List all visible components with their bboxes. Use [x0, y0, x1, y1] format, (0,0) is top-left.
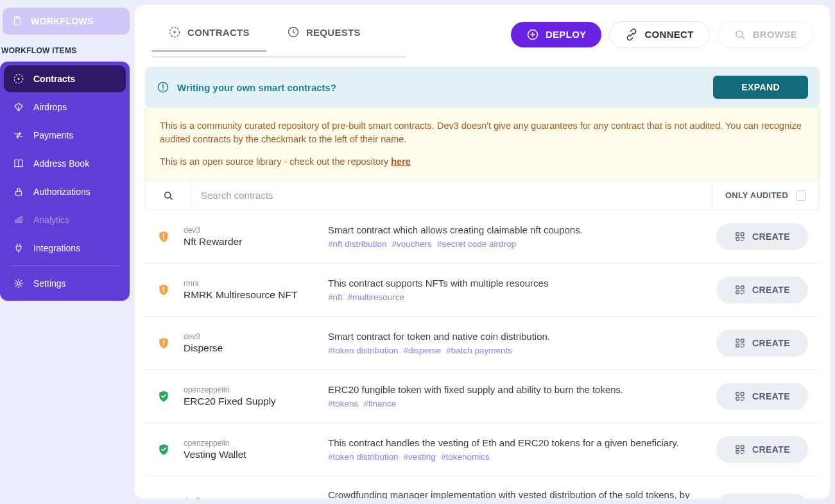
tag[interactable]: #token distribution: [328, 346, 399, 355]
tag[interactable]: #multiresource: [348, 292, 405, 302]
info-banner: Writing your own smart contracts? EXPAND: [145, 67, 820, 108]
repo-link[interactable]: here: [391, 156, 411, 167]
tag[interactable]: #nft: [328, 292, 343, 302]
contract-name-col: dev3 Nft Rewarder: [184, 226, 315, 248]
contract-row: dev3 Vested Crowdfunding Crowdfunding ma…: [145, 476, 820, 499]
contract-tags: #nft#multiresource: [328, 292, 703, 302]
contract-desc-col: This contract supports NFTs with multipl…: [328, 278, 703, 302]
banner-text: Writing your own smart contracts?: [177, 82, 336, 93]
contract-tags: #token distribution#vesting#tokenomics: [328, 452, 703, 462]
workflows-header[interactable]: WORKFLOWS: [3, 8, 130, 35]
clock-icon: [287, 26, 300, 38]
contract-title[interactable]: Disperse: [184, 342, 315, 354]
create-button[interactable]: CREATE: [716, 330, 808, 357]
sidebar-item-airdrops[interactable]: Airdrops: [4, 94, 126, 121]
sidebar-item-contracts[interactable]: Contracts: [4, 65, 126, 92]
tag[interactable]: #vouchers: [392, 239, 432, 249]
tag[interactable]: #tokenomics: [441, 452, 490, 462]
sidebar-item-address-book[interactable]: Address Book: [4, 150, 126, 177]
contract-row: openzeppelin Vesting Wallet This contrac…: [145, 423, 820, 476]
contract-desc: Smart contract which allows creating cla…: [328, 224, 703, 235]
alert-icon: [157, 81, 169, 94]
contract-row: dev3 Disperse Smart contract for token a…: [145, 317, 820, 370]
tag[interactable]: #nft distribution: [328, 239, 387, 249]
only-audited-checkbox[interactable]: [796, 190, 806, 201]
airdrop-icon: [13, 101, 24, 113]
shield-warn-icon: [157, 336, 171, 350]
contract-name-col: rmrk RMRK Multiresource NFT: [184, 279, 315, 301]
contract-org: rmrk: [184, 279, 315, 288]
contract-tags: #nft distribution#vouchers#secret code a…: [328, 239, 703, 249]
audited-filter[interactable]: ONLY AUDITED: [712, 181, 819, 210]
contract-desc-col: Crowdfunding manager implementation with…: [328, 489, 703, 499]
contract-title[interactable]: Nft Rewarder: [184, 236, 315, 248]
sidebar-item-label: Payments: [33, 130, 73, 140]
contract-title[interactable]: RMRK Multiresource NFT: [184, 289, 315, 301]
contract-desc-col: Smart contract which allows creating cla…: [328, 224, 703, 249]
create-button[interactable]: CREATE: [716, 436, 808, 463]
section-label: WORKFLOW ITEMS: [0, 42, 130, 59]
tag[interactable]: #token distribution: [328, 452, 399, 462]
tab-requests[interactable]: REQUESTS: [270, 17, 377, 52]
connect-label: CONNECT: [644, 29, 693, 40]
contracts-icon: [168, 26, 181, 38]
create-label: CREATE: [752, 231, 790, 242]
contract-desc-col: ERC20 fungible token with fixed supply a…: [328, 384, 703, 408]
shield-check-icon: [157, 442, 171, 457]
shield-check-icon: [157, 389, 171, 403]
chart-icon: [13, 214, 24, 226]
clipboard-icon: [12, 15, 23, 27]
search-icon: [734, 28, 746, 41]
contract-name-col: dev3 Vested Crowdfunding: [184, 496, 315, 499]
tab-contracts[interactable]: CONTRACTS: [151, 17, 266, 52]
search-icon-box: [146, 181, 191, 210]
contract-org: openzeppelin: [184, 385, 315, 394]
contract-org: dev3: [184, 332, 315, 341]
contract-row: rmrk RMRK Multiresource NFT This contrac…: [145, 264, 820, 317]
sidebar-item-integrations[interactable]: Integrations: [4, 235, 126, 262]
sidebar-item-authorizations[interactable]: Authorizations: [4, 178, 126, 205]
contract-name-col: openzeppelin ERC20 Fixed Supply: [184, 385, 315, 407]
create-button[interactable]: CREATE: [716, 383, 808, 410]
sidebar-item-label: Address Book: [33, 158, 89, 169]
contract-org: dev3: [184, 226, 315, 235]
shield-warn-icon: [157, 230, 171, 244]
contracts-icon: [13, 73, 24, 85]
arrows-icon: [13, 130, 24, 141]
tag[interactable]: #batch payments: [446, 346, 512, 355]
contract-row: openzeppelin ERC20 Fixed Supply ERC20 fu…: [145, 370, 820, 423]
contract-name-col: dev3 Disperse: [184, 332, 315, 354]
contract-row: dev3 Nft Rewarder Smart contract which a…: [145, 210, 820, 264]
contract-title[interactable]: ERC20 Fixed Supply: [184, 396, 315, 407]
create-button[interactable]: CREATE: [716, 494, 808, 499]
sidebar-item-analytics: Analytics: [4, 206, 126, 233]
create-label: CREATE: [752, 338, 790, 348]
tag[interactable]: #vesting: [404, 452, 436, 462]
expand-button[interactable]: EXPAND: [713, 76, 808, 99]
sidebar-item-payments[interactable]: Payments: [4, 122, 126, 149]
tag[interactable]: #secret code airdrop: [437, 239, 516, 249]
sidebar-item-label: Authorizations: [33, 187, 90, 197]
create-button[interactable]: CREATE: [716, 223, 808, 250]
book-icon: [13, 158, 24, 169]
sidebar-item-settings[interactable]: Settings: [4, 270, 126, 297]
contract-org: openzeppelin: [184, 439, 315, 448]
warning-line-1: This is a community curated repository o…: [160, 119, 805, 146]
search-row: ONLY AUDITED: [145, 181, 820, 210]
main: CONTRACTSREQUESTS DEPLOY CONNECT BROWSE …: [135, 0, 835, 504]
connect-button[interactable]: CONNECT: [609, 21, 709, 48]
tag[interactable]: #disperse: [404, 346, 442, 355]
contract-title[interactable]: Vesting Wallet: [184, 449, 315, 460]
topbar: CONTRACTSREQUESTS DEPLOY CONNECT BROWSE: [135, 5, 830, 56]
create-label: CREATE: [752, 444, 790, 455]
tag[interactable]: #finance: [363, 399, 396, 408]
tag[interactable]: #tokens: [328, 399, 358, 408]
search-input[interactable]: [191, 181, 712, 210]
sidebar: WORKFLOWS WORKFLOW ITEMS ContractsAirdro…: [0, 0, 135, 504]
deploy-button[interactable]: DEPLOY: [511, 22, 601, 47]
warning-line-2: This is an open source library - check o…: [160, 155, 805, 169]
create-button[interactable]: CREATE: [716, 276, 808, 303]
nav-divider: [10, 265, 119, 266]
sidebar-item-label: Contracts: [33, 74, 75, 84]
lock-icon: [13, 186, 24, 197]
